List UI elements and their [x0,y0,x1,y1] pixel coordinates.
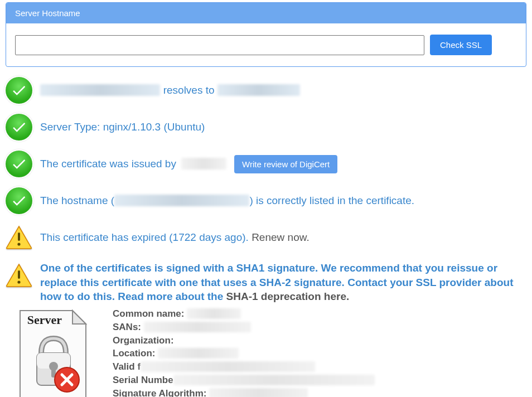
valid-value: ██████████████████████████ [141,361,315,372]
warning-icon [6,262,32,289]
check-ssl-button[interactable]: Check SSL [430,35,492,55]
serial-label: Serial Numbe [113,375,173,385]
resolves-hostname: ████████████████ [40,84,160,96]
result-row-server-type: Server Type: nginx/1.10.3 (Ubuntu) [6,114,526,141]
serial-value: ██████████████████████████████ [173,375,375,385]
certificate-details: Server Common name: ████████ [6,307,526,397]
cn-label: Common name: [113,308,184,319]
write-review-button[interactable]: Write review of DigiCert [234,155,337,173]
result-row-sha1: One of the certificates is signed with a… [6,261,526,304]
svg-rect-0 [18,233,20,241]
valid-label: Valid f [113,361,141,372]
issuer-name: ██████ [181,158,226,170]
svg-rect-2 [18,270,20,279]
hostname-input[interactable] [15,35,424,55]
resolves-text: resolves to [163,84,217,96]
result-row-issuer: The certificate was issued by ██████ Wri… [6,151,526,177]
result-row-hostname-listed: The hostname (██████████████████) is cor… [6,187,526,214]
cn-value: ████████ [187,308,240,319]
hostname-listed-pre: The hostname ( [40,195,114,206]
check-icon [6,77,32,104]
sans-value: ████████████████ [144,322,252,332]
check-icon [6,187,32,214]
result-row-resolves: ████████████████ resolves to ███████████ [6,77,526,104]
panel-body: Check SSL [6,23,526,66]
panel-heading: Server Hostname [6,3,526,23]
hostname-listed-value: ██████████████████ [114,195,249,206]
server-type-text: Server Type: nginx/1.10.3 (Ubuntu) [40,120,526,134]
sha1-link[interactable]: SHA-1 deprecation here [226,291,346,302]
check-icon [6,114,32,141]
result-row-expired: This certificate has expired (1722 days … [6,224,526,251]
server-cert-icon: Server [9,307,93,397]
loc-value: ████████████ [158,348,239,359]
org-label: Organization: [113,335,174,346]
hostname-panel: Server Hostname Check SSL [6,2,526,67]
hostname-listed-post: ) is correctly listed in the certificate… [249,195,414,206]
warning-icon [6,224,32,251]
resolves-ip: ███████████ [217,84,300,96]
sans-label: SANs: [113,322,141,332]
server-label-text: Server [27,313,62,327]
svg-point-3 [17,280,20,283]
issuer-prefix: The certificate was issued by [40,158,176,170]
sigalg-label: Signature Algorithm: [113,388,206,397]
sigalg-value: s██████████████ [209,388,308,397]
loc-label: Location: [113,348,156,359]
check-icon [6,151,32,177]
expired-text: This certificate has expired (1722 days … [40,231,252,243]
renew-now-link[interactable]: Renew now [252,231,306,243]
svg-point-1 [17,243,20,245]
